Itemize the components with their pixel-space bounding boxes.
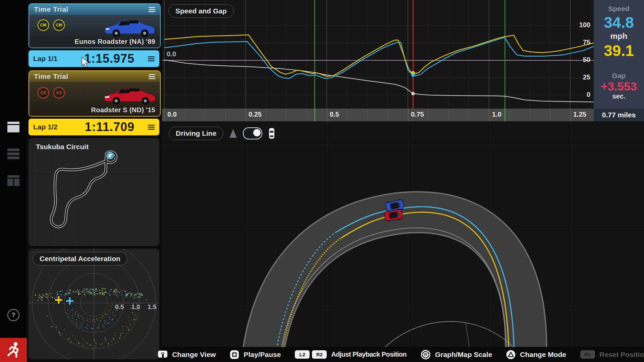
driving-line-toggle[interactable] (243, 127, 262, 139)
marker-mode-icon[interactable] (229, 129, 237, 138)
hairpin-inner-edge (377, 321, 519, 347)
hint-label: Play/Pause (244, 351, 281, 359)
comparison-panel: Time Trial CMCM Eunos Roadster (NA) '89 (27, 0, 164, 362)
gg-point (65, 294, 66, 295)
gg-point (46, 297, 47, 298)
hint-graph-map-scale[interactable]: RGraph/Map Scale (421, 350, 492, 360)
track-view-region[interactable]: Driving Line (162, 121, 644, 347)
track-map[interactable] (29, 138, 159, 246)
gg-point (46, 294, 47, 295)
list-view-icon[interactable] (7, 148, 19, 159)
gt-runner-logo-icon[interactable] (0, 338, 27, 362)
gg-point (119, 292, 120, 293)
gg-point (133, 319, 135, 320)
gg-point (126, 296, 127, 297)
telemetry-panel: Speed 34.8 mph 39.1 Gap +3.553 sec. (594, 0, 644, 109)
key-badge-l2: L2 (295, 350, 310, 359)
distance-tick-label: 0.75 (411, 111, 424, 118)
gg-point (124, 291, 125, 292)
gg-point (118, 296, 119, 297)
gg-point (111, 289, 112, 290)
gg-point (102, 290, 103, 291)
car-card-roadster-s[interactable]: Time Trial CSCS Roadster S (ND) '15 (29, 70, 161, 117)
lap-row-eunos[interactable]: Lap 1/1 1:15.975 (29, 50, 159, 67)
hint-adjust-playback-position[interactable]: L2R2Adjust Playback Position (295, 350, 407, 359)
gg-point (61, 294, 62, 295)
gg-point (45, 296, 46, 297)
gg-point (99, 292, 100, 293)
gg-point (122, 290, 123, 291)
gg-point (128, 328, 129, 329)
gg-point (131, 320, 132, 321)
gg-point (113, 312, 114, 313)
distance-tick-label: 1.0 (492, 111, 501, 118)
gg-point (133, 303, 134, 304)
gg-ring-label: 1.0 (131, 303, 140, 310)
axis-separator (489, 109, 490, 121)
gg-point (87, 291, 88, 292)
gg-point (42, 294, 43, 295)
gg-point (91, 292, 92, 293)
layout-header-view-icon[interactable] (7, 122, 19, 132)
hint-label: Graph/Map Scale (435, 351, 492, 359)
hint-play-pause[interactable]: Play/Pause (230, 350, 281, 359)
car-mode-icon[interactable] (268, 128, 275, 139)
stick-icon-wrap: R (421, 350, 431, 360)
gg-point (98, 327, 99, 328)
gg-point (114, 290, 115, 291)
gg-point (131, 295, 132, 296)
lap-menu-icon[interactable] (148, 124, 155, 131)
gg-point (94, 340, 95, 341)
card-menu-icon[interactable] (149, 73, 155, 80)
gg-ring-label: 1.5 (148, 303, 157, 310)
gg-point (50, 293, 51, 294)
gg-point (77, 289, 78, 290)
car-card-eunos[interactable]: Time Trial CMCM Eunos Roadster (NA) '89 (29, 3, 161, 48)
gg-point (85, 292, 86, 293)
gg-point (89, 345, 90, 346)
gg-point (121, 295, 122, 296)
gg-point (76, 324, 77, 325)
gg-point (137, 294, 138, 295)
speed-tick-label: 0 (574, 91, 590, 99)
help-icon[interactable]: ? (7, 309, 19, 321)
gg-point (72, 318, 73, 319)
gg-point (96, 343, 97, 344)
hint-change-mode[interactable]: Change Mode (506, 350, 566, 359)
centripetal-title-pill: Centripetal Acceleration (33, 252, 127, 265)
gg-point (88, 293, 89, 294)
gg-point (52, 326, 53, 327)
hint-change-view[interactable]: Change View (158, 350, 216, 359)
gg-point (74, 314, 75, 315)
gg-point (64, 329, 65, 330)
hint-label: Adjust Playback Position (331, 351, 407, 358)
axis-separator (246, 109, 246, 121)
gg-point (97, 293, 98, 294)
speed-gap-graph-region[interactable]: Speed and Gap 0.0 1007550250 (162, 0, 594, 109)
gg-point (95, 294, 96, 295)
gg-point (113, 338, 114, 339)
mode-label: Time Trial (34, 5, 68, 13)
gg-point (116, 289, 117, 290)
gg-point (122, 333, 123, 334)
svg-text:R: R (424, 352, 427, 357)
gg-point (73, 291, 74, 292)
lap-menu-icon[interactable] (148, 55, 155, 62)
gg-point (102, 294, 103, 295)
gg-point (66, 293, 67, 294)
gg-point (135, 294, 136, 295)
gg-point (78, 314, 79, 315)
distance-axis-strip[interactable]: 0.00.250.50.751.01.25 (162, 109, 594, 121)
gg-point (100, 344, 101, 345)
gg-point (54, 298, 55, 299)
lap-row-roadster-s[interactable]: Lap 1/2 1:11.709 (29, 119, 159, 135)
lap-label: Lap 1/1 (33, 55, 57, 63)
square-icon-wrap (230, 350, 239, 359)
axis-separator (225, 109, 226, 121)
gg-point (113, 291, 114, 292)
hint-reset-position: R1Reset Position (580, 350, 644, 359)
gg-ring-label: 0.5 (115, 303, 124, 310)
car-image-eunos (103, 17, 157, 39)
layout-split-view-icon[interactable] (7, 175, 19, 186)
card-menu-icon[interactable] (149, 6, 155, 13)
